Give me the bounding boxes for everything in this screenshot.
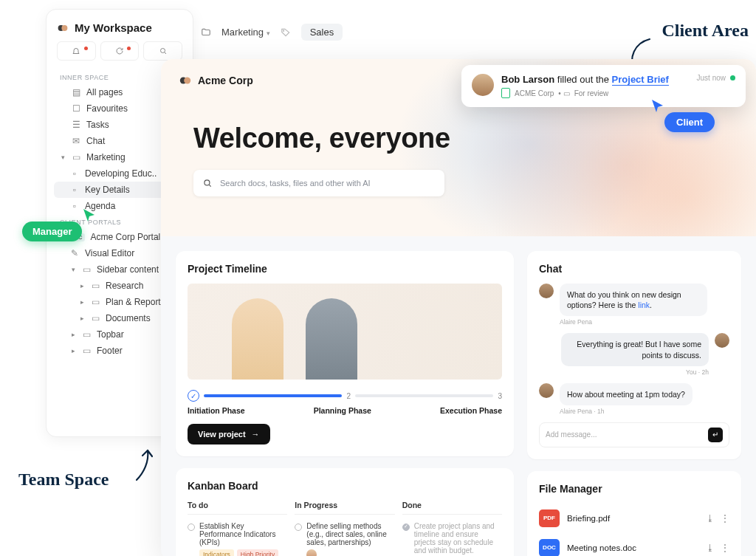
chat-input[interactable]: Add message... ↵	[539, 422, 729, 447]
client-badge: Client	[664, 112, 715, 132]
pencil-icon: ✎	[70, 249, 79, 258]
task-circle-icon	[295, 524, 302, 531]
svg-point-12	[205, 180, 210, 185]
kanban-task[interactable]: Create project plans and timeline and en…	[402, 519, 502, 556]
tag-high-priority: High Priority	[237, 549, 278, 556]
file-row[interactable]: PDF Briefing.pdf ⭳⋮	[539, 504, 729, 533]
kanban-col-done: Done Create project plans and timeline a…	[402, 501, 502, 556]
ws-tool-updates[interactable]	[100, 41, 140, 61]
file-row[interactable]: DOC Meeting notes.doc ⭳⋮	[539, 533, 729, 556]
timeline-bar: ✓ 2 3	[188, 390, 502, 402]
kanban-col-todo: To do Establish Key Performance Indicato…	[188, 501, 287, 556]
chat-avatar	[539, 383, 554, 398]
hero-search-placeholder: Search docs, tasks, files and other with…	[220, 179, 371, 188]
manager-badge: Manager	[22, 222, 82, 241]
folder-icon: ▭	[91, 314, 100, 323]
folder-icon: ▭	[82, 265, 91, 274]
kanban-card: Kanban Board To do Establish Key Perform…	[176, 468, 514, 556]
doc-icon: DOC	[539, 539, 560, 556]
timeline-step-3: 3	[498, 392, 502, 400]
chat-icon: ✉	[72, 137, 80, 145]
chat-message: How about meeting at 1pm today?Alaire Pe…	[539, 383, 729, 415]
file-name: Meeting notes.doc	[567, 543, 636, 552]
client-cursor-icon	[650, 97, 666, 114]
crumb-marketing[interactable]: Marketing ▾	[221, 27, 270, 38]
more-icon[interactable]: ⋮	[721, 543, 729, 553]
kanban-task[interactable]: Establish Key Performance Indicators (KP…	[188, 519, 287, 556]
svg-point-0	[283, 30, 284, 31]
pdf-icon: PDF	[539, 509, 560, 527]
phase-1-label: Initiation Phase	[188, 406, 245, 415]
folder-icon: ▭	[91, 298, 100, 306]
phase-2-label: Planning Phase	[314, 406, 371, 415]
kanban-col-progress: In Progress Define selling methods (e.g.…	[295, 501, 394, 556]
chat-bubble: How about meeting at 1pm today?	[560, 383, 693, 405]
doc-icon: ▫	[70, 185, 79, 194]
timeline-title: Project Timeline	[188, 263, 502, 275]
hero-title: Welcome, everyone	[193, 123, 450, 154]
portal-panel: Acme Corp Chat Knowledge Bas Welcome, ev…	[161, 59, 756, 556]
timeline-photo	[188, 284, 502, 380]
chat-title: Chat	[539, 263, 729, 275]
arrow-right-icon: →	[252, 430, 260, 439]
toast-doc-icon	[501, 88, 510, 98]
search-icon	[202, 178, 213, 188]
ws-tool-notifications[interactable]	[57, 41, 96, 61]
chat-bubble: Everything is great! But I have some poi…	[561, 333, 709, 365]
timeline-card: Project Timeline ✓ 2 3 Initiation Phase …	[176, 251, 514, 456]
tag-indicators: Indicators	[199, 549, 234, 556]
folder-icon: ▭	[91, 281, 100, 290]
tasks-icon: ☰	[72, 120, 80, 129]
folder-icon: ▭	[72, 153, 80, 162]
doc-icon: ▫	[70, 169, 79, 178]
chat-card: Chat What do you think on new design opt…	[527, 251, 741, 459]
send-button[interactable]: ↵	[708, 428, 723, 442]
annotation-client-area: Client Area	[662, 21, 749, 41]
kanban-title: Kanban Board	[188, 480, 502, 492]
task-done-icon	[402, 524, 410, 531]
page-icon: ▤	[72, 88, 80, 97]
chat-link[interactable]: link	[638, 301, 650, 309]
chat-message: What do you think on new design options?…	[539, 284, 729, 326]
kanban-task[interactable]: Define selling methods (e.g., direct sal…	[295, 519, 394, 556]
breadcrumb: Marketing ▾ Sales	[201, 24, 343, 41]
download-icon[interactable]: ⭳	[706, 543, 715, 553]
svg-point-11	[184, 78, 190, 84]
workspace-logo-icon	[57, 22, 69, 34]
ws-tool-search[interactable]	[143, 41, 182, 61]
toast-meta: Just now	[697, 74, 735, 82]
svg-point-9	[160, 49, 165, 53]
bookmark-icon: ☐	[72, 104, 80, 113]
toast-title: Bob Larson filled out the Project Brief	[501, 74, 690, 85]
assignee-avatar	[306, 549, 317, 556]
folder-icon	[201, 27, 211, 38]
hero-brand[interactable]: Acme Corp	[179, 74, 253, 87]
file-manager-title: File Manager	[539, 483, 729, 495]
doc-icon: ▫	[70, 202, 79, 210]
tag-icon	[281, 27, 291, 38]
toast-avatar	[472, 74, 494, 96]
svg-point-8	[61, 25, 67, 31]
hero-search[interactable]: Search docs, tasks, files and other with…	[193, 170, 444, 196]
task-circle-icon	[188, 524, 195, 531]
folder-icon: ▭	[82, 346, 91, 355]
file-name: Briefing.pdf	[567, 514, 610, 523]
chat-message: Everything is great! But I have some poi…	[539, 333, 729, 375]
download-icon[interactable]: ⭳	[706, 513, 715, 524]
file-manager-card: File Manager PDF Briefing.pdf ⭳⋮ DOC Mee…	[527, 471, 741, 556]
more-icon[interactable]: ⋮	[721, 513, 729, 524]
live-dot-icon	[730, 75, 735, 80]
chat-bubble: What do you think on new design options?…	[560, 284, 707, 316]
crumb-sales[interactable]: Sales	[301, 24, 343, 41]
chat-avatar	[539, 284, 554, 298]
chat-avatar	[715, 333, 729, 348]
view-project-button[interactable]: View project →	[188, 424, 270, 445]
notification-toast[interactable]: Bob Larson filled out the Project Brief …	[461, 65, 746, 107]
annotation-team-space: Team Space	[18, 470, 109, 490]
timeline-check-icon: ✓	[188, 390, 199, 402]
timeline-step-2: 2	[346, 392, 351, 400]
folder-icon: ▭	[82, 330, 91, 339]
toast-doc-link[interactable]: Project Brief	[612, 74, 669, 85]
annotation-arrow-team	[133, 447, 162, 484]
phase-3-label: Execution Phase	[440, 406, 502, 415]
